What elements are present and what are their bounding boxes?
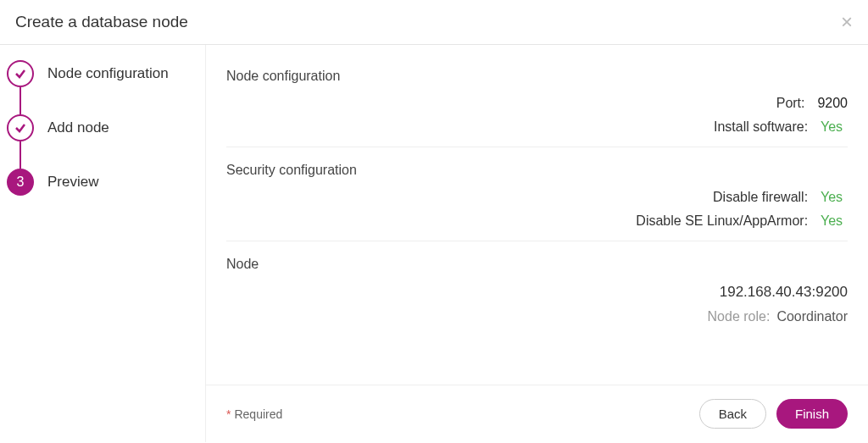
step-connector — [19, 141, 21, 169]
dialog-footer: *Required Back Finish — [206, 385, 868, 442]
wizard-steps: Node configuration Add node 3 Preview — [0, 45, 206, 442]
install-software-label: Install software: — [714, 119, 808, 135]
row-install-software: Install software: Yes — [226, 119, 848, 135]
check-icon — [7, 60, 34, 87]
required-hint: *Required — [226, 407, 282, 421]
footer-buttons: Back Finish — [699, 399, 848, 429]
node-role-value: Coordinator — [776, 309, 848, 324]
dialog-title: Create a database node — [15, 13, 188, 31]
section-node: Node 192.168.40.43:9200 Node role: Coord… — [226, 257, 848, 328]
section-title: Security configuration — [226, 163, 848, 178]
close-icon[interactable]: × — [841, 12, 853, 32]
row-disable-selinux: Disable SE Linux/AppArmor: Yes — [226, 213, 848, 229]
dialog-body: Node configuration Add node 3 Preview No… — [0, 45, 868, 442]
preview-content: Node configuration Port: 9200 Install so… — [206, 45, 868, 385]
port-label: Port: — [776, 96, 805, 111]
port-value: 9200 — [817, 96, 848, 111]
step-preview[interactable]: 3 Preview — [7, 169, 195, 196]
section-node-configuration: Node configuration Port: 9200 Install so… — [226, 69, 848, 147]
disable-selinux-label: Disable SE Linux/AppArmor: — [636, 213, 808, 229]
step-number-badge: 3 — [7, 169, 34, 196]
required-text: Required — [234, 407, 282, 421]
section-security-configuration: Security configuration Disable firewall:… — [226, 163, 848, 241]
step-label: Preview — [47, 174, 98, 191]
step-connector — [19, 87, 21, 114]
row-node-role: Node role: Coordinator — [226, 309, 848, 324]
disable-firewall-value: Yes — [821, 190, 848, 205]
step-label: Node configuration — [47, 65, 169, 82]
check-icon — [7, 114, 34, 141]
section-title: Node configuration — [226, 69, 848, 84]
main-panel: Node configuration Port: 9200 Install so… — [206, 45, 868, 442]
step-add-node[interactable]: Add node — [7, 114, 195, 141]
asterisk-icon: * — [226, 407, 231, 421]
node-role-label: Node role: — [708, 309, 771, 324]
dialog-header: Create a database node × — [0, 0, 868, 45]
node-address: 192.168.40.43:9200 — [226, 284, 848, 301]
disable-firewall-label: Disable firewall: — [713, 190, 808, 205]
section-title: Node — [226, 257, 848, 272]
row-disable-firewall: Disable firewall: Yes — [226, 190, 848, 205]
disable-selinux-value: Yes — [821, 213, 848, 229]
step-node-configuration[interactable]: Node configuration — [7, 60, 195, 87]
install-software-value: Yes — [821, 119, 848, 135]
step-label: Add node — [47, 119, 109, 136]
row-port: Port: 9200 — [226, 96, 848, 111]
back-button[interactable]: Back — [699, 399, 766, 429]
finish-button[interactable]: Finish — [776, 399, 848, 429]
